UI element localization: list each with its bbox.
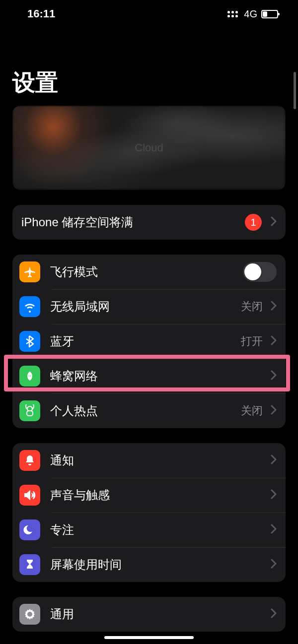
account-row[interactable]: Cloud <box>12 106 286 190</box>
gear-icon <box>19 604 40 625</box>
storage-group: iPhone 储存空间将满 1 <box>12 205 286 240</box>
row-value: 关闭 <box>241 299 263 314</box>
toggle-switch[interactable] <box>243 262 277 282</box>
row-label: 蜂窝网络 <box>50 368 268 384</box>
chevron-right-icon <box>271 301 277 313</box>
scroll-indicator <box>294 72 296 109</box>
row-notifications[interactable]: 通知 <box>12 443 286 478</box>
chevron-right-icon <box>271 559 277 571</box>
chevron-right-icon <box>271 524 277 536</box>
chevron-right-icon <box>271 405 277 417</box>
row-cellular[interactable]: 蜂窝网络 <box>12 359 286 393</box>
notification-badge: 1 <box>245 214 262 231</box>
row-label: 声音与触感 <box>50 487 268 503</box>
chevron-right-icon <box>271 335 277 348</box>
settings-group-connectivity: 飞行模式无线局域网关闭蓝牙打开蜂窝网络个人热点关闭 <box>12 255 286 428</box>
row-value: 关闭 <box>241 403 263 418</box>
hotspot-icon <box>19 400 40 421</box>
row-label: 蓝牙 <box>50 333 241 349</box>
speaker-icon <box>19 485 40 506</box>
network-label: 4G <box>244 8 257 20</box>
row-label: 专注 <box>50 522 268 538</box>
row-label: 个人热点 <box>50 403 241 419</box>
row-general[interactable]: 通用 <box>12 597 286 632</box>
settings-group-general: 通用 <box>12 597 286 632</box>
status-bar: 16:11 4G <box>0 0 298 25</box>
chevron-right-icon <box>271 608 277 621</box>
storage-alert-label: iPhone 储存空间将满 <box>21 214 245 230</box>
row-wifi[interactable]: 无线局域网关闭 <box>12 289 286 324</box>
row-label: 飞行模式 <box>50 264 243 280</box>
status-indicators: 4G <box>227 8 278 20</box>
chevron-right-icon <box>271 454 277 467</box>
chevron-right-icon <box>271 216 277 229</box>
row-screentime[interactable]: 屏幕使用时间 <box>12 547 286 582</box>
row-airplane[interactable]: 飞行模式 <box>12 255 286 289</box>
settings-group-alerts: 通知声音与触感专注屏幕使用时间 <box>12 443 286 582</box>
row-sounds[interactable]: 声音与触感 <box>12 478 286 513</box>
row-label: 通用 <box>50 606 268 622</box>
cellular-icon <box>19 366 40 386</box>
bell-icon <box>19 450 40 471</box>
row-label: 通知 <box>50 452 268 468</box>
signal-icon <box>227 11 238 17</box>
page-title: 设置 <box>0 25 298 106</box>
chevron-right-icon <box>271 489 277 502</box>
row-focus[interactable]: 专注 <box>12 513 286 547</box>
account-hint-text: Cloud <box>135 141 163 154</box>
status-time: 16:11 <box>27 7 55 20</box>
home-indicator[interactable] <box>104 636 194 639</box>
hourglass-icon <box>19 554 40 575</box>
wifi-icon <box>19 296 40 317</box>
row-label: 屏幕使用时间 <box>50 557 268 573</box>
chevron-right-icon <box>271 370 277 383</box>
row-value: 打开 <box>241 334 263 349</box>
storage-alert-row[interactable]: iPhone 储存空间将满 1 <box>12 205 286 240</box>
moon-icon <box>19 519 40 540</box>
battery-icon <box>261 10 278 18</box>
row-hotspot[interactable]: 个人热点关闭 <box>12 393 286 428</box>
row-bluetooth[interactable]: 蓝牙打开 <box>12 324 286 359</box>
row-label: 无线局域网 <box>50 299 241 315</box>
bluetooth-icon <box>19 331 40 352</box>
airplane-icon <box>19 261 40 282</box>
